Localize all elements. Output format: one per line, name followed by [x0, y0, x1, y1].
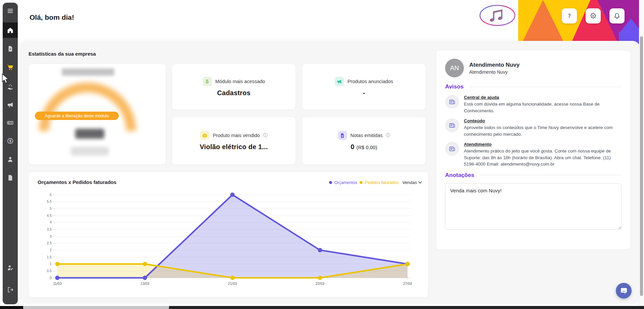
file-icon [7, 174, 14, 181]
help-button[interactable]: ? [562, 8, 577, 23]
sidebar-item-user-edit[interactable] [3, 261, 18, 273]
stat-card-value: Cadastros [217, 89, 251, 97]
hand-coins-icon [7, 83, 14, 90]
taskbar-segment-light [23, 306, 169, 309]
chat-icon [620, 287, 628, 295]
sidebar-item-bill[interactable]: $ [3, 117, 18, 129]
stat-card-label: Produtos anunciados [347, 79, 393, 84]
aviso-link[interactable]: Conteúdo [464, 118, 622, 123]
user-icon [7, 156, 14, 163]
stat-card-3: Produto mais vendidoⓘViolão elétrico de … [172, 117, 296, 165]
sidebar-item-dollar-circle[interactable]: $ [3, 135, 18, 147]
svg-text:27/03: 27/03 [403, 282, 412, 286]
stat-card-label-row: $Notas emitidasⓘ [338, 131, 390, 140]
stat-card-value: 0 (R$ 0,00) [351, 143, 377, 151]
chart-type-dropdown[interactable]: Vendas [402, 180, 422, 185]
anotacoes-section-header: Anotações [445, 172, 622, 179]
chart-legend: Orçamentos Pedidos faturados Vendas [329, 180, 422, 185]
sidebar-item-menu[interactable] [3, 5, 18, 17]
blurred-gauge-title [62, 68, 114, 76]
legend-label-pedidos[interactable]: Pedidos faturados [365, 180, 399, 185]
divider [469, 87, 622, 87]
taskbar-segment-dark [0, 306, 23, 309]
megaphone-icon [7, 101, 14, 108]
blurred-gauge-subtext [71, 147, 109, 156]
scrollbar-track[interactable] [639, 0, 644, 306]
chart-title: Orçamentos x Pedidos faturados [38, 179, 116, 185]
bill-icon: $ [7, 119, 14, 126]
svg-text:3.5: 3.5 [47, 227, 52, 231]
dropdown-label: Vendas [402, 180, 417, 185]
support-subtitle: Atendimento Nuvy [469, 69, 520, 75]
aviso-link[interactable]: Atendimento [464, 142, 622, 147]
aviso-link[interactable]: Central de ajuda [464, 95, 622, 100]
stat-card-value: Violão elétrico de 1... [200, 143, 268, 151]
sidebar-item-hand-coins[interactable] [3, 80, 18, 92]
chat-launcher-button[interactable] [616, 283, 632, 299]
support-name: Atendimento Nuvy [469, 62, 520, 68]
home-icon [7, 27, 14, 34]
legend-label-orcamentos[interactable]: Orçamentos [334, 180, 357, 185]
sidebar-item-user[interactable] [3, 153, 18, 165]
svg-text:21/03: 21/03 [228, 282, 237, 286]
nuvy-logo [479, 5, 516, 27]
svg-text:5: 5 [50, 206, 52, 210]
svg-text:1: 1 [50, 262, 52, 266]
newspaper-icon [445, 142, 459, 156]
megaphone-icon [335, 77, 344, 86]
logout-icon [7, 286, 14, 293]
notes-textarea[interactable] [445, 183, 622, 230]
sidebar-item-file-plus[interactable] [3, 43, 18, 55]
page-title: Olá, bom dia! [30, 13, 74, 21]
orcamentos-pedidos-chart: 00.511.522.533.544.555.5611/0313/0321/03… [29, 172, 429, 298]
stat-card-value: - [363, 89, 365, 97]
medal-icon [203, 77, 212, 86]
avisos-section-header: Avisos [445, 83, 622, 90]
locked-gauge-card: Aguarde a liberação deste módulo [29, 64, 166, 165]
legend-dot-orcamentos [329, 181, 332, 184]
stat-card-label: Módulo mais acessado [215, 79, 265, 84]
module-locked-badge: Aguarde a liberação deste módulo [35, 112, 119, 120]
sidebar-item-logout[interactable] [3, 284, 18, 296]
dollar-circle-icon: $ [7, 137, 14, 144]
sidebar-item-cart[interactable] [3, 61, 18, 73]
sidebar-item-megaphone[interactable] [3, 99, 18, 111]
notifications-button[interactable] [609, 8, 625, 23]
newspaper-icon [445, 95, 459, 109]
invoice-icon: $ [338, 131, 347, 140]
svg-text:4: 4 [50, 220, 52, 224]
avisos-title: Avisos [445, 83, 464, 90]
settings-button[interactable] [586, 8, 601, 23]
sidebar-item-file[interactable] [3, 172, 18, 184]
stat-card-label: Produto mais vendido [213, 133, 260, 138]
sidebar: $$ [3, 3, 18, 304]
svg-text:$: $ [9, 139, 11, 142]
svg-text:3: 3 [50, 234, 52, 238]
sidebar-item-home[interactable] [3, 22, 18, 38]
gear-icon [590, 12, 597, 19]
svg-text:2.5: 2.5 [47, 241, 52, 245]
info-icon[interactable]: ⓘ [263, 132, 268, 138]
app-window: Olá, bom dia! ? $$ [0, 0, 644, 309]
legend-dot-pedidos [360, 181, 363, 184]
main-content: Estatísticas da sua empresa Aguarde a li… [19, 41, 640, 303]
svg-text:$: $ [8, 121, 10, 124]
gauge-arc [39, 82, 136, 131]
cart-icon [7, 64, 14, 71]
newspaper-icon [445, 118, 459, 132]
anotacoes-title: Anotações [445, 172, 474, 179]
package-icon [200, 131, 209, 140]
svg-text:5.5: 5.5 [47, 199, 52, 203]
user-edit-icon [7, 264, 14, 271]
help-icon: ? [568, 13, 571, 19]
aviso-body: AtendimentoAtendimento prático do jeito … [464, 142, 622, 168]
stat-card-label-row: Produtos anunciados [335, 77, 393, 86]
svg-text:11/03: 11/03 [53, 282, 62, 286]
svg-text:4.5: 4.5 [47, 213, 52, 218]
aviso-item: Central de ajudaEstá com dúvida em algum… [445, 95, 622, 114]
info-icon[interactable]: ⓘ [386, 132, 390, 138]
svg-text:22/03: 22/03 [316, 282, 324, 286]
scrollbar-thumb[interactable] [640, 36, 643, 296]
svg-text:2: 2 [50, 248, 52, 252]
chevron-down-icon [418, 181, 422, 184]
